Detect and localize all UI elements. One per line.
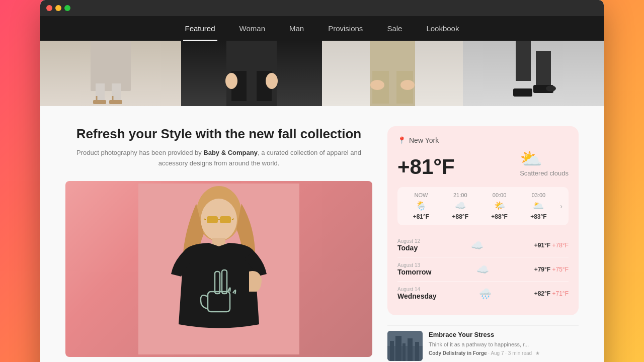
weather-card: 📍 New York +81°F ⛅ Scattered clouds NOW …	[387, 126, 579, 315]
left-section: Refresh your Style with the new fall col…	[65, 126, 372, 362]
section-subtitle: Product photography has been provided by…	[65, 148, 372, 169]
blog-date-text-0: Aug 7	[491, 350, 504, 356]
hourly-icon-3: 🌥️	[533, 200, 544, 211]
main-content: Refresh your Style with the new fall col…	[40, 106, 604, 362]
maximize-dot[interactable]	[64, 5, 70, 11]
daily-low-1: +75°F	[552, 266, 569, 273]
hourly-time-1: 21:00	[453, 192, 467, 198]
hourly-temp-1: +88°F	[452, 213, 468, 220]
blog-readtime-0: 3 min read	[508, 350, 532, 356]
blog-meta-0: Cody Delistraty in Forge · Aug 7 · 3 min…	[429, 350, 540, 356]
hourly-time-0: NOW	[414, 192, 428, 198]
blog-content-0: Embrace Your Stress Think of it as a pat…	[429, 331, 540, 356]
hourly-temp-2: +88°F	[491, 213, 507, 220]
daily-forecast: August 12 Today ☁️ +91°F +78°F August 13	[397, 233, 569, 305]
blog-card-0: Embrace Your Stress Think of it as a pat…	[387, 325, 579, 362]
hourly-item-1: 21:00 ☁️ +88°F	[441, 192, 480, 220]
hero-image-4	[463, 41, 604, 106]
svg-rect-39	[390, 341, 394, 361]
weather-icon: ⛅	[520, 148, 569, 169]
daily-temps-1: +79°F +75°F	[534, 266, 569, 273]
hourly-temp-3: +83°F	[530, 213, 546, 220]
right-section: 📍 New York +81°F ⛅ Scattered clouds NOW …	[387, 126, 579, 362]
nav-woman[interactable]: Woman	[237, 16, 267, 41]
svg-rect-25	[207, 216, 218, 223]
svg-point-15	[370, 80, 384, 90]
hero-image-3	[322, 41, 463, 106]
weather-description: Scattered clouds	[520, 169, 569, 177]
daily-row-1: August 13 Tomorrow ☁️ +79°F +75°F	[397, 257, 569, 281]
hero-images	[40, 41, 604, 106]
hero-image-1	[40, 41, 181, 106]
svg-rect-43	[415, 342, 419, 361]
main-nav: Featured Woman Man Provisions Sale Lookb…	[40, 16, 604, 41]
daily-low-0: +78°F	[552, 242, 569, 249]
svg-point-16	[400, 80, 415, 90]
nav-sale[interactable]: Sale	[385, 16, 404, 41]
svg-rect-19	[513, 88, 532, 97]
daily-row-2: August 14 Wednesday 🌧️ +82°F +71°F	[397, 281, 569, 305]
hourly-temp-0: +81°F	[413, 213, 429, 220]
daily-temps-0: +91°F +78°F	[534, 242, 569, 249]
nav-provisions[interactable]: Provisions	[326, 16, 365, 41]
weather-location: 📍 New York	[397, 136, 569, 144]
svg-rect-42	[408, 338, 413, 361]
svg-point-10	[225, 73, 237, 89]
hourly-icon-1: ☁️	[455, 200, 466, 211]
svg-rect-4	[109, 100, 122, 104]
daily-day-2: Wednesday	[397, 292, 437, 300]
daily-high-2: +82°F	[534, 290, 550, 297]
hourly-arrow-icon[interactable]: ›	[558, 202, 565, 210]
nav-lookbook[interactable]: Lookbook	[424, 16, 461, 41]
weather-temperature: +81°F	[397, 155, 455, 179]
close-dot[interactable]	[46, 5, 52, 11]
daily-date-1: August 13	[397, 262, 431, 268]
minimize-dot[interactable]	[55, 5, 61, 11]
svg-point-11	[266, 73, 278, 89]
svg-rect-26	[220, 216, 231, 223]
title-bar	[40, 0, 604, 16]
daily-icon-2: 🌧️	[479, 288, 492, 300]
hourly-forecast: NOW 🌦️ +81°F 21:00 ☁️ +88°F 00:00 🌤️ +88…	[397, 187, 569, 225]
daily-day-1: Tomorrow	[397, 268, 431, 276]
browser-window: Featured Woman Man Provisions Sale Lookb…	[40, 0, 604, 362]
location-pin-icon: 📍	[397, 136, 406, 144]
svg-rect-40	[395, 336, 401, 361]
svg-rect-17	[516, 41, 531, 81]
weather-main: +81°F ⛅ Scattered clouds	[397, 148, 569, 185]
daily-high-0: +91°F	[534, 242, 550, 249]
daily-high-1: +79°F	[534, 266, 550, 273]
daily-temps-2: +82°F +71°F	[534, 290, 569, 297]
hourly-item-0: NOW 🌦️ +81°F	[401, 192, 441, 220]
blog-author-0: Cody Delistraty in Forge	[429, 350, 487, 356]
daily-icon-0: ☁️	[471, 239, 484, 251]
blog-thumbnail-0	[387, 331, 423, 361]
location-name: New York	[409, 136, 439, 144]
daily-date-2: August 14	[397, 287, 437, 292]
hero-image-2	[181, 41, 322, 106]
hourly-time-2: 00:00	[493, 192, 507, 198]
daily-day-0: Today	[397, 244, 420, 252]
blog-excerpt-0: Think of it as a pathway to happiness, r…	[429, 341, 540, 348]
product-image	[65, 181, 372, 357]
daily-icon-1: ☁️	[476, 263, 489, 276]
daily-row-0: August 12 Today ☁️ +91°F +78°F	[397, 233, 569, 257]
hourly-item-3: 03:00 🌥️ +83°F	[519, 192, 558, 220]
hourly-icon-0: 🌦️	[416, 200, 427, 211]
svg-rect-41	[403, 343, 406, 361]
hourly-time-3: 03:00	[532, 192, 546, 198]
page-title: Refresh your Style with the new fall col…	[65, 126, 372, 142]
nav-featured[interactable]: Featured	[183, 16, 217, 41]
blog-title-0[interactable]: Embrace Your Stress	[429, 331, 540, 339]
daily-low-2: +71°F	[552, 290, 569, 297]
nav-man[interactable]: Man	[287, 16, 306, 41]
bookmark-icon[interactable]: ★	[535, 350, 540, 356]
hourly-item-2: 00:00 🌤️ +88°F	[480, 192, 519, 220]
svg-rect-3	[93, 100, 106, 104]
daily-date-0: August 12	[397, 238, 420, 244]
hourly-icon-2: 🌤️	[494, 200, 505, 211]
svg-point-21	[546, 85, 556, 92]
blog-section: Embrace Your Stress Think of it as a pat…	[387, 325, 579, 362]
